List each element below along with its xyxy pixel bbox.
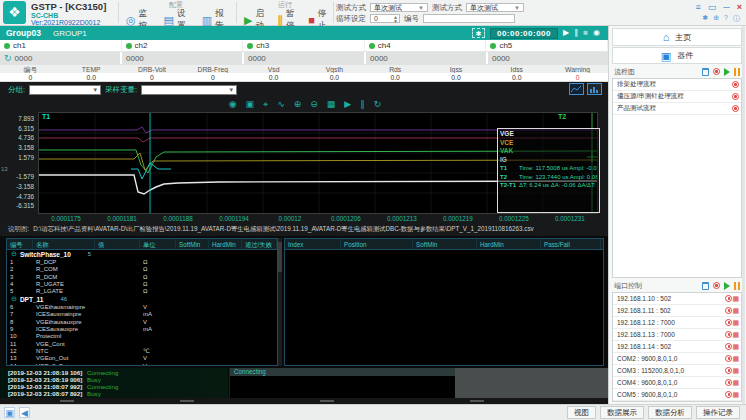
line-chart-toggle[interactable] xyxy=(569,83,584,95)
display-icon[interactable]: ▣ xyxy=(246,98,255,110)
collapse-icon[interactable]: ⊖ xyxy=(11,250,17,258)
grid-icon[interactable]: ▦ xyxy=(732,319,739,326)
reset-icon[interactable]: ↻ xyxy=(374,98,382,110)
record-icon[interactable] xyxy=(732,105,739,112)
record-icon[interactable] xyxy=(713,68,720,75)
nav-home[interactable]: ⌂ 主页 xyxy=(612,28,742,46)
speaker-icon[interactable]: ◀ xyxy=(19,407,30,418)
record-icon[interactable] xyxy=(725,307,732,314)
trash-icon[interactable] xyxy=(702,68,709,76)
table-row[interactable]: 3 R_DCM Ω xyxy=(7,273,277,280)
record-icon[interactable] xyxy=(725,343,732,350)
help-icon[interactable]: ? xyxy=(724,14,728,24)
close-icon[interactable]: × xyxy=(737,2,742,12)
grid-icon[interactable]: ▦ xyxy=(732,307,739,314)
grid-icon[interactable]: ▦ xyxy=(732,331,739,338)
table-row[interactable]: 14 VGEoff_Out V xyxy=(7,362,277,366)
record-icon[interactable] xyxy=(725,367,732,374)
record-icon[interactable] xyxy=(732,93,739,100)
table-group-row[interactable]: ⊖ SwitchPhase_10 5 xyxy=(7,250,277,259)
record-icon[interactable] xyxy=(725,391,732,398)
run-icon[interactable]: ▶ xyxy=(344,98,351,110)
record-icon[interactable] xyxy=(725,355,732,362)
play-icon[interactable] xyxy=(724,282,730,290)
collapse-icon[interactable]: ⊖ xyxy=(11,295,17,303)
results-scrollbar[interactable] xyxy=(278,238,282,366)
record-icon[interactable] xyxy=(725,331,732,338)
channel-ch4[interactable]: ch4 xyxy=(365,40,487,51)
pause-icon[interactable] xyxy=(734,282,740,290)
test-mode1-select[interactable]: 单次测试▼ xyxy=(370,3,428,12)
table-row[interactable]: 8 VGEthausauxpre V xyxy=(7,318,277,325)
view-button-视图[interactable]: 视图 xyxy=(567,406,596,419)
grid-icon[interactable]: ▦ xyxy=(732,295,739,302)
index-table[interactable]: IndexPositionSoftMinHardMinPass/Fail xyxy=(284,238,604,366)
settings-circle-icon[interactable]: ◉ xyxy=(593,28,600,38)
channel-ch1[interactable]: ch1 xyxy=(0,40,122,51)
group-select[interactable]: ▼ xyxy=(29,85,101,95)
refresh-icon[interactable]: ↻ xyxy=(4,53,12,63)
wave-icon[interactable]: ∿ xyxy=(277,98,285,110)
flow-item[interactable]: 排架处理流程 xyxy=(613,79,741,91)
info-icon[interactable]: ⓘ xyxy=(733,14,740,24)
loop-stepper[interactable]: 0▲▼ xyxy=(370,14,400,23)
layout-icon[interactable]: ▣ xyxy=(4,407,15,418)
table-row[interactable]: 4 R_UGATE Ω xyxy=(7,280,277,287)
grid-icon[interactable]: ▦ xyxy=(732,355,739,362)
gear-icon[interactable]: ✱ xyxy=(472,28,485,38)
flow-item[interactable]: 产品测试流程 xyxy=(613,103,741,115)
view-button-数据展示[interactable]: 数据展示 xyxy=(600,406,644,419)
sidebar-scrollbar[interactable] xyxy=(742,26,745,404)
hold-icon[interactable]: ∥ xyxy=(360,98,365,110)
results-table[interactable]: 编号名称值单位SoftMinHardMin通过/失败 ⊖ SwitchPhase… xyxy=(6,238,278,366)
port-item[interactable]: 192.168.1.14 : 502 ▦ xyxy=(613,341,741,353)
view-button-操作记录[interactable]: 操作记录 xyxy=(696,406,740,419)
port-item[interactable]: COM4 : 9600,8,0,1,0 ▦ xyxy=(613,377,741,389)
table-row[interactable]: 11 VGE_Cont xyxy=(7,340,277,347)
port-item[interactable]: COM5 : 9600,8,0,1,0 ▦ xyxy=(613,389,741,401)
table-row[interactable]: 1 R_DCP Ω xyxy=(7,259,277,266)
table-row[interactable]: 10 Protectml xyxy=(7,333,277,340)
record-icon[interactable] xyxy=(713,282,720,289)
port-item[interactable]: 192.168.1.11 : 502 ▦ xyxy=(613,305,741,317)
record-icon[interactable] xyxy=(725,295,732,302)
table-row[interactable]: 6 VGEthausmainpre V xyxy=(7,303,277,310)
port-item[interactable]: 192.168.1.10 : 502 ▦ xyxy=(613,293,741,305)
record-icon[interactable] xyxy=(732,81,739,88)
bar-chart-toggle[interactable] xyxy=(587,83,602,95)
trash-icon[interactable] xyxy=(702,282,709,290)
channel-ch3[interactable]: ch3 xyxy=(243,40,365,51)
grid-icon[interactable]: ▦ xyxy=(732,367,739,374)
stop-icon[interactable]: ■ xyxy=(583,28,588,38)
table-row[interactable]: 2 R_COM Ω xyxy=(7,266,277,273)
table-row[interactable]: 13 VGEon_Out V xyxy=(7,355,277,362)
menu-icon[interactable]: ≡ xyxy=(696,2,701,12)
pause-icon[interactable] xyxy=(734,68,740,76)
pin-icon[interactable]: ✱ xyxy=(702,14,708,24)
table-row[interactable]: 12 NTC ℃ xyxy=(7,347,277,354)
table-row[interactable]: 7 ICESausmainpre mA xyxy=(7,311,277,318)
minimize-icon[interactable]: ─ xyxy=(723,2,729,12)
channel-ch2[interactable]: ch2 xyxy=(122,40,244,51)
pause-icon[interactable]: ∥ xyxy=(574,28,578,38)
grid-icon[interactable]: ▦ xyxy=(732,379,739,386)
port-item[interactable]: COM2 : 9600,8,0,1,0 ▦ xyxy=(613,353,741,365)
test-mode2-select[interactable]: 单次测试▼ xyxy=(466,3,524,12)
network-icon[interactable]: ⊕ xyxy=(713,14,719,24)
play-icon[interactable]: ▶ xyxy=(563,28,569,38)
stepper-arrows-icon[interactable]: ▲▼ xyxy=(393,15,399,23)
grid-icon[interactable]: ▦ xyxy=(327,98,336,110)
cursor-icon[interactable]: ⌖ xyxy=(263,98,268,110)
zoom-out-icon[interactable]: ⊖ xyxy=(310,98,318,110)
table-group-row[interactable]: ⊖ DPT_11 46 xyxy=(7,295,277,304)
record-icon[interactable] xyxy=(725,379,732,386)
table-row[interactable]: 9 ICESausauxpre mA xyxy=(7,325,277,332)
port-item[interactable]: COM3 : 115200,8,0,1,0 ▦ xyxy=(613,365,741,377)
port-item[interactable]: 192.168.1.13 : 7000 ▦ xyxy=(613,329,741,341)
grid-icon[interactable]: ▦ xyxy=(732,343,739,350)
port-item[interactable]: 192.168.1.12 : 7000 ▦ xyxy=(613,317,741,329)
variable-select[interactable]: ▼ xyxy=(141,85,237,95)
zoom-in-icon[interactable]: ⊕ xyxy=(294,98,302,110)
sn-input[interactable] xyxy=(423,14,515,23)
grid-icon[interactable]: ▦ xyxy=(732,391,739,398)
